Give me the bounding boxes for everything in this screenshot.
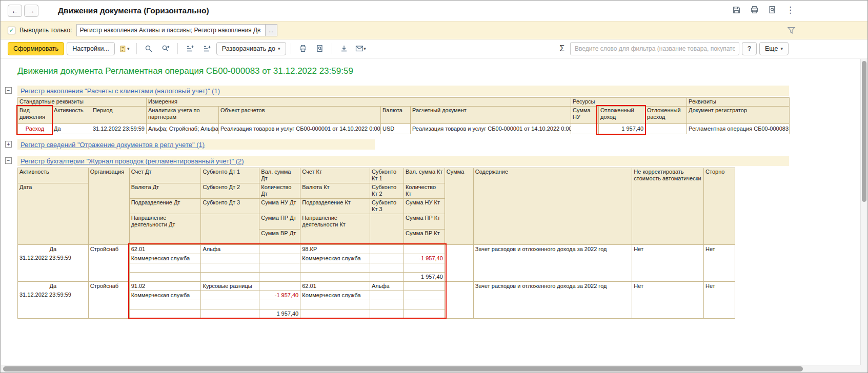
col-header-movement-type: Вид движения	[18, 107, 52, 124]
horizontal-scrollbar[interactable]	[1, 365, 860, 372]
more-label: Еще	[765, 45, 778, 52]
cell-storno[interactable]: Нет	[704, 245, 735, 281]
cell-sum[interactable]	[445, 282, 474, 318]
section-bar: Регистр сведений "Отражение документов в…	[17, 139, 375, 150]
cell-no-adjust[interactable]: Нет	[632, 245, 704, 281]
cell-debit-account[interactable]: 91.02 Коммерческая служба	[130, 282, 201, 318]
cell-activity-date[interactable]: Да 31.12.2022 23:59:59	[18, 282, 89, 318]
cell-settlement-object[interactable]: Реализация товаров и услуг СБ00-000001 о…	[219, 124, 381, 134]
registers-combo: ...	[76, 24, 277, 36]
registers-browse-button[interactable]: ...	[265, 24, 277, 36]
col-debit-amounts: Вал. сумма Дт Количество Дт Сумма НУ Дт …	[259, 168, 300, 244]
cell-activity-date[interactable]: Да 31.12.2022 23:59:59	[18, 245, 89, 281]
generate-button[interactable]: Сформировать	[8, 42, 64, 55]
cell-content[interactable]: Зачет расходов и отложенного дохода за 2…	[474, 282, 633, 318]
expand-groups-button[interactable]	[199, 42, 214, 55]
search-icon	[145, 45, 153, 53]
cell-content[interactable]: Зачет расходов и отложенного дохода за 2…	[474, 245, 633, 281]
cell-credit-subconto[interactable]: Альфа	[370, 282, 404, 318]
journal-header-row: Активность Дата Организация Счет Дт Валю…	[18, 168, 735, 245]
col-header-settlement-document: Расчетный документ	[411, 107, 571, 124]
cell-analytics[interactable]: Альфа; Стройснаб; Альфа	[147, 124, 219, 134]
forward-button[interactable]: →	[24, 5, 38, 17]
col-sum: Сумма	[445, 168, 474, 244]
expand-levels-icon	[203, 45, 211, 53]
cell-credit-amounts[interactable]: -1 957,40 1 957,40	[404, 245, 445, 281]
cell-debit-amounts[interactable]: -1 957,40 1 957,40	[259, 282, 300, 318]
settings-button[interactable]: Настройки...	[67, 42, 115, 55]
col-content: Содержание	[474, 168, 633, 244]
cell-activity[interactable]: Да	[52, 124, 91, 134]
save-button[interactable]	[731, 5, 742, 15]
col-debit-subconto: Субконто Дт 1 Субконто Дт 2 Субконто Дт …	[201, 168, 259, 244]
filter-funnel-icon[interactable]	[787, 26, 796, 35]
horizontal-scrollbar-thumb[interactable]	[3, 366, 803, 371]
report-variants-button[interactable]: ▾	[117, 42, 132, 55]
collapse-groups-button[interactable]	[183, 42, 197, 55]
toolbar-separator	[291, 43, 291, 54]
cell-no-adjust[interactable]: Нет	[632, 282, 704, 318]
cell-debit-subconto[interactable]: Альфа	[201, 245, 259, 281]
vertical-scrollbar[interactable]	[860, 59, 867, 365]
cell-organization[interactable]: Стройснаб	[89, 245, 130, 281]
print-titlebar-button[interactable]	[749, 5, 760, 15]
journal-row: Да 31.12.2022 23:59:59 Стройснаб 91.02 К…	[18, 282, 735, 319]
envelope-icon	[355, 45, 364, 52]
section-link-accumulation-register[interactable]: Регистр накопления "Расчеты с клиентами …	[21, 87, 220, 95]
registers-input[interactable]	[76, 24, 265, 36]
print-button[interactable]	[296, 42, 310, 55]
section-link-information-register[interactable]: Регистр сведений "Отражение документов в…	[21, 141, 205, 149]
find-button[interactable]	[767, 5, 778, 15]
col-credit-account: Счет Кт Валюта Кт Подразделение Кт Напра…	[300, 168, 370, 244]
group-header: Измерения	[147, 98, 571, 107]
vertical-dots-icon: ⋮	[786, 7, 795, 14]
col-credit-subconto: Субконто Кт 1 Субконто Кт 2 Субконто Кт …	[370, 168, 404, 244]
send-email-button[interactable]: ▾	[354, 42, 368, 55]
col-header-deferred-expense: Отложенный расход	[645, 107, 687, 124]
download-icon	[340, 45, 348, 53]
collapse-section-3-button[interactable]: −	[5, 157, 12, 164]
cell-sum-nu[interactable]	[571, 124, 599, 134]
cell-sum[interactable]	[445, 245, 474, 281]
cell-storno[interactable]: Нет	[704, 282, 735, 318]
cell-period[interactable]: 31.12.2022 23:59:59	[91, 124, 147, 134]
output-only-label: Выводить только:	[19, 27, 72, 34]
cell-debit-account[interactable]: 62.01 Коммерческая служба	[130, 245, 201, 281]
cell-credit-account[interactable]: 98.КР Коммерческая служба	[300, 245, 370, 281]
cell-settlement-document[interactable]: Реализация товаров и услуг СБ00-000001 о…	[411, 124, 571, 134]
save-file-button[interactable]	[337, 42, 351, 55]
cell-debit-amounts[interactable]	[259, 245, 300, 281]
cell-credit-amounts[interactable]	[404, 282, 445, 318]
collapse-section-1-button[interactable]: −	[5, 87, 12, 94]
toolbar-right: ? Еще ▾	[570, 42, 789, 55]
col-activity-date: Активность Дата	[18, 168, 89, 244]
cell-debit-subconto[interactable]: Курсовые разницы	[201, 282, 259, 318]
search-button[interactable]	[142, 42, 156, 55]
help-button[interactable]: ?	[742, 42, 757, 55]
col-header-sum-nu: Сумма НУ	[571, 107, 599, 124]
cell-movement-type[interactable]: Расход	[18, 124, 52, 134]
header-organization: Организация	[89, 168, 129, 244]
cell-deferred-income[interactable]: 1 957,40	[599, 124, 645, 134]
more-window-button[interactable]: ⋮	[785, 6, 796, 15]
expand-section-2-button[interactable]: +	[5, 141, 12, 148]
cell-registrar[interactable]: Регламентная операция СБ00-000083 от	[687, 124, 790, 134]
vertical-scrollbar-thumb[interactable]	[862, 61, 866, 202]
cell-credit-subconto[interactable]	[370, 245, 404, 281]
back-button[interactable]: ←	[8, 5, 22, 17]
group-header: Реквизиты	[687, 98, 790, 107]
quick-filter-input[interactable]	[570, 42, 739, 55]
section-link-accounting-register[interactable]: Регистр бухгалтерии "Журнал проводок (ре…	[21, 157, 244, 165]
find-next-button[interactable]	[158, 42, 173, 55]
cell-credit-account[interactable]: 62.01 Коммерческая служба	[300, 282, 370, 318]
print-preview-button[interactable]	[313, 42, 327, 55]
output-only-checkbox[interactable]: ✓	[8, 27, 15, 34]
cell-deferred-expense[interactable]	[645, 124, 687, 134]
cell-organization[interactable]: Стройснаб	[89, 282, 130, 318]
toolbar-separator	[136, 43, 137, 54]
expand-to-button[interactable]: Разворачивать до ▾	[216, 42, 286, 55]
report-title: Движения документа Регламентная операция…	[17, 66, 353, 76]
col-organization: Организация	[89, 168, 130, 244]
more-button[interactable]: Еще ▾	[759, 42, 789, 55]
cell-currency[interactable]: USD	[381, 124, 411, 134]
